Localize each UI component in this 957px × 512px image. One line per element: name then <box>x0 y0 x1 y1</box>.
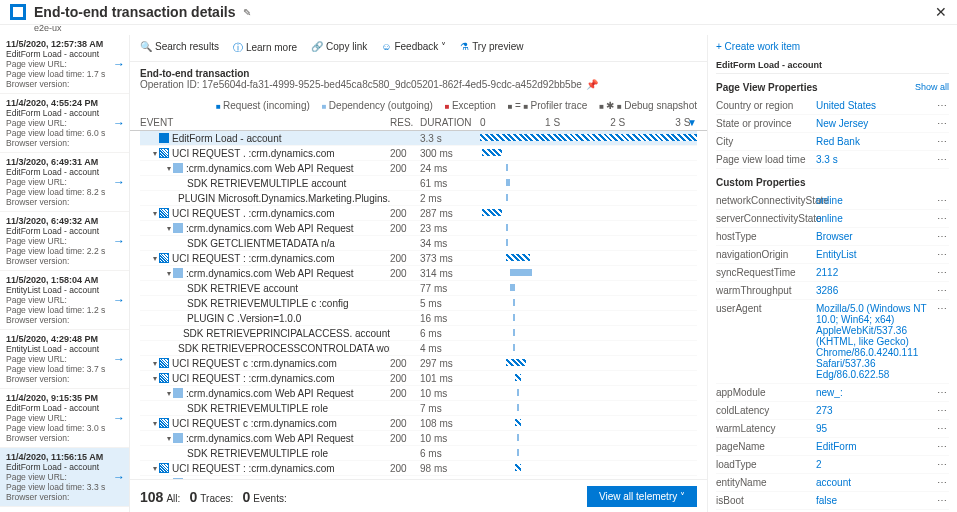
event-row[interactable]: ▾:crm.dynamics.com Web API Request200314… <box>140 266 697 281</box>
arrow-right-icon: → <box>113 352 125 366</box>
more-icon[interactable]: ⋯ <box>935 213 949 224</box>
more-icon[interactable]: ⋯ <box>935 303 949 380</box>
col-duration[interactable]: DURATION <box>420 117 480 128</box>
event-row[interactable]: SDK RETRIEVEMULTIPLE c :config5 ms <box>140 296 697 311</box>
more-icon[interactable]: ⋯ <box>935 423 949 434</box>
legend: Request (incoming) Dependency (outgoing)… <box>130 96 707 115</box>
event-row[interactable]: ▾:crm.dynamics.com Web API Request20010 … <box>140 431 697 446</box>
more-icon[interactable]: ⋯ <box>935 285 949 296</box>
pin-icon[interactable]: 📌 <box>586 79 598 90</box>
toggle-icon[interactable]: ▾ <box>164 269 173 278</box>
operation-item[interactable]: 11/4/2020, 3:57:27 PMEntityList Load - a… <box>0 507 129 512</box>
event-row[interactable]: ▾UCI REQUEST : :crm.dynamics.com200373 m… <box>140 251 697 266</box>
more-icon[interactable]: ⋯ <box>935 267 949 278</box>
operation-item[interactable]: 11/5/2020, 1:58:04 AMEntityList Load - a… <box>0 271 129 330</box>
more-icon[interactable]: ⋯ <box>935 387 949 398</box>
learn-more-link[interactable]: ⓘLearn more <box>233 41 297 55</box>
event-row[interactable]: SDK GETCLIENTMETADATA n/a34 ms <box>140 236 697 251</box>
toggle-icon[interactable]: ▾ <box>150 149 159 158</box>
search-icon: 🔍 <box>140 41 152 52</box>
section-custom: Custom Properties <box>716 177 949 188</box>
more-icon[interactable]: ⋯ <box>935 495 949 506</box>
event-row[interactable]: ▾:crm.dynamics.com Web API Request20023 … <box>140 221 697 236</box>
event-row[interactable]: PLUGIN C .Version=1.0.016 ms <box>140 311 697 326</box>
more-icon[interactable]: ⋯ <box>935 100 949 111</box>
section-page-view: Page View PropertiesShow all <box>716 82 949 93</box>
property-row: pageNameEditForm⋯ <box>716 438 949 456</box>
event-row[interactable]: ▾UCI REQUEST : :crm.dynamics.com20098 ms <box>140 461 697 476</box>
event-row[interactable]: ▾UCI REQUEST c :crm.dynamics.com200108 m… <box>140 416 697 431</box>
event-row[interactable]: SDK RETRIEVEPROCESSCONTROLDATA workflow4… <box>140 341 697 356</box>
arrow-right-icon: → <box>113 411 125 425</box>
more-icon[interactable]: ⋯ <box>935 195 949 206</box>
show-all-link[interactable]: Show all <box>915 82 949 93</box>
more-icon[interactable]: ⋯ <box>935 405 949 416</box>
event-row[interactable]: ▾UCI REQUEST . :crm.dynamics.com200300 m… <box>140 146 697 161</box>
event-row[interactable]: PLUGIN Microsoft.Dynamics.Marketing.Plug… <box>140 191 697 206</box>
create-work-item-link[interactable]: + Create work item <box>716 41 949 52</box>
toggle-icon[interactable]: ▾ <box>150 419 159 428</box>
property-row: networkConnectivityStateonline⋯ <box>716 192 949 210</box>
view-all-telemetry-button[interactable]: View all telemetry ˅ <box>587 486 697 507</box>
operation-item[interactable]: 11/4/2020, 4:55:24 PMEditForm Load - acc… <box>0 94 129 153</box>
arrow-right-icon: → <box>113 175 125 189</box>
event-row[interactable]: ▾UCI REQUEST c :crm.dynamics.com200297 m… <box>140 356 697 371</box>
operation-item[interactable]: 11/5/2020, 12:57:38 AMEditForm Load - ac… <box>0 35 129 94</box>
request-icon <box>159 148 169 158</box>
toggle-icon[interactable]: ▾ <box>164 434 173 443</box>
toggle-icon[interactable]: ▾ <box>164 224 173 233</box>
more-icon[interactable]: ⋯ <box>935 118 949 129</box>
property-row: Country or regionUnited States⋯ <box>716 97 949 115</box>
operation-item[interactable]: 11/4/2020, 9:15:35 PMEditForm Load - acc… <box>0 389 129 448</box>
toggle-icon[interactable]: ▾ <box>164 164 173 173</box>
col-event[interactable]: EVENT <box>140 117 390 128</box>
event-row[interactable]: ▾:crm.dynamics.com Web API Request20024 … <box>140 161 697 176</box>
operation-item[interactable]: 11/3/2020, 6:49:31 AMEditForm Load - acc… <box>0 153 129 212</box>
search-results-link[interactable]: 🔍Search results <box>140 41 219 55</box>
more-icon[interactable]: ⋯ <box>935 459 949 470</box>
arrow-right-icon: → <box>113 57 125 71</box>
more-icon[interactable]: ⋯ <box>935 154 949 165</box>
dependency-icon <box>173 268 183 278</box>
event-row[interactable]: SDK RETRIEVEPRINCIPALACCESS. account6 ms <box>140 326 697 341</box>
copy-link[interactable]: 🔗Copy link <box>311 41 367 55</box>
toggle-icon[interactable]: ▾ <box>164 389 173 398</box>
property-row: entityNameaccount⋯ <box>716 474 949 492</box>
toggle-icon[interactable]: ▾ <box>150 254 159 263</box>
filter-icon[interactable]: ▼ <box>687 117 697 128</box>
event-row[interactable]: SDK RETRIEVEMULTIPLE account61 ms <box>140 176 697 191</box>
try-preview-link[interactable]: ⚗Try preview <box>460 41 523 55</box>
event-row[interactable]: SDK RETRIEVEMULTIPLE role6 ms <box>140 446 697 461</box>
more-icon[interactable]: ⋯ <box>935 249 949 260</box>
edit-icon[interactable]: ✎ <box>243 7 251 18</box>
property-row: hostTypeBrowser⋯ <box>716 228 949 246</box>
more-icon[interactable]: ⋯ <box>935 136 949 147</box>
feedback-link[interactable]: ☺Feedback ˅ <box>381 41 446 55</box>
event-row[interactable]: SDK RETRIEVEMULTIPLE role7 ms <box>140 401 697 416</box>
legend-request: Request (incoming) <box>216 100 310 111</box>
event-row[interactable]: ▾UCI REQUEST : :crm.dynamics.com200101 m… <box>140 371 697 386</box>
operation-item[interactable]: 11/4/2020, 11:56:15 AMEditForm Load - ac… <box>0 448 129 507</box>
close-icon[interactable]: ✕ <box>935 4 947 20</box>
center-panel: 🔍Search results ⓘLearn more 🔗Copy link ☺… <box>130 35 707 512</box>
toggle-icon[interactable]: ▾ <box>150 464 159 473</box>
operation-item[interactable]: 11/3/2020, 6:49:32 AMEditForm Load - acc… <box>0 212 129 271</box>
event-row[interactable]: ▾:crm.dynamics.com Web API Request20010 … <box>140 386 697 401</box>
property-row: warmLatency95⋯ <box>716 420 949 438</box>
grid-header: EVENT RES. DURATION 0 1 S 2 S 3 S ▼ <box>130 115 707 131</box>
toggle-icon[interactable]: ▾ <box>150 209 159 218</box>
operation-item[interactable]: 11/5/2020, 4:29:48 PMEntityList Load - a… <box>0 330 129 389</box>
more-icon[interactable]: ⋯ <box>935 477 949 488</box>
event-row[interactable]: EditForm Load - account3.3 s <box>140 131 697 146</box>
request-icon <box>159 253 169 263</box>
legend-profiler: = Profiler trace <box>508 100 587 111</box>
property-row: Page view load time3.3 s⋯ <box>716 151 949 169</box>
event-row[interactable]: ▾UCI REQUEST . :crm.dynamics.com200287 m… <box>140 206 697 221</box>
footer: 108 All: 0 Traces: 0 Events: View all te… <box>130 479 707 512</box>
more-icon[interactable]: ⋯ <box>935 231 949 242</box>
event-row[interactable]: SDK RETRIEVE account77 ms <box>140 281 697 296</box>
col-res[interactable]: RES. <box>390 117 420 128</box>
more-icon[interactable]: ⋯ <box>935 441 949 452</box>
toggle-icon[interactable]: ▾ <box>150 374 159 383</box>
toggle-icon[interactable]: ▾ <box>150 359 159 368</box>
